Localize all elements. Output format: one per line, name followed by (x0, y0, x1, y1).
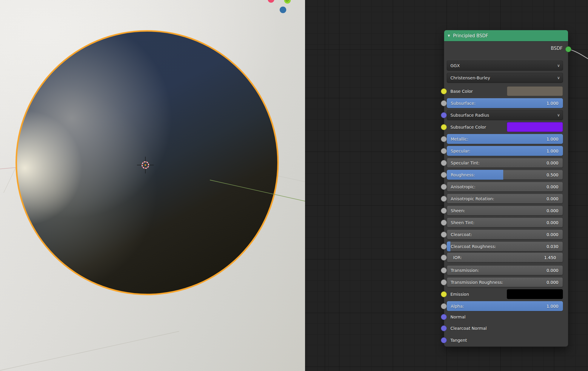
slider-value: 0.000 (547, 184, 558, 189)
slider-transmission-roughness[interactable]: Transmission Roughness:0.000 (447, 277, 563, 287)
slider-value: 0.000 (547, 208, 558, 213)
input-socket-clearcoat-normal[interactable] (441, 325, 447, 331)
3d-cursor (137, 157, 154, 173)
viewport-3d[interactable] (0, 0, 305, 371)
input-socket-subsurface-radius[interactable] (441, 112, 447, 118)
slider-label: Sheen Tint: (451, 220, 474, 225)
input-socket-emission[interactable] (441, 291, 447, 297)
color-label: Subsurface Color (450, 125, 486, 130)
row-normal: Normal (447, 314, 563, 320)
row-sheen-tint[interactable]: Sheen Tint:0.000 (447, 218, 563, 227)
slider-label: Roughness: (451, 173, 475, 177)
row-clearcoat-roughness[interactable]: Clearcoat Roughness:0.030 (447, 241, 563, 251)
number-value: 1.450 (544, 255, 556, 260)
socket-label: Clearcoat Normal (450, 326, 487, 331)
slider-fill (447, 241, 450, 251)
slider-clearcoat-roughness[interactable]: Clearcoat Roughness:0.030 (447, 241, 563, 251)
slider-value: 0.000 (547, 268, 558, 273)
slider-sheen-tint[interactable]: Sheen Tint:0.000 (447, 218, 563, 227)
row-emission[interactable]: Emission (447, 289, 563, 299)
slider-value: 0.000 (547, 280, 558, 285)
input-socket-normal[interactable] (441, 314, 447, 320)
chevron-down-icon: ∨ (557, 63, 560, 67)
row-subsurface-radius[interactable]: Subsurface Radius∨ (447, 110, 563, 120)
slider-specular[interactable]: Specular:1.000 (447, 146, 563, 156)
input-socket-anisotropic[interactable] (441, 184, 447, 190)
input-socket-specular-tint[interactable] (441, 160, 447, 166)
slider-label: Anisotropic Rotation: (451, 196, 494, 201)
input-socket-alpha[interactable] (441, 303, 447, 309)
dropdown-ggx[interactable]: GGX∨ (447, 61, 563, 70)
input-socket-transmission-roughness[interactable] (441, 279, 447, 285)
input-socket-base-color[interactable] (441, 88, 447, 94)
input-socket-tangent[interactable] (441, 337, 447, 343)
slider-label: Subsurface: (451, 101, 475, 106)
dropdown-subsurface-radius[interactable]: Subsurface Radius∨ (447, 110, 563, 120)
bsdf-output-socket[interactable] (565, 46, 571, 52)
input-socket-sheen[interactable] (441, 208, 447, 214)
color-swatch-emission[interactable] (507, 289, 563, 299)
input-socket-subsurface[interactable] (441, 100, 447, 106)
row-roughness[interactable]: Roughness:0.500 (447, 170, 563, 180)
slider-transmission[interactable]: Transmission:0.000 (447, 265, 563, 275)
dropdown-christensen-burley[interactable]: Christensen-Burley∨ (447, 73, 563, 83)
slider-value: 0.000 (547, 232, 558, 237)
input-socket-clearcoat[interactable] (441, 232, 447, 238)
principled-bsdf-node[interactable]: ▼ Principled BSDF BSDF GGX∨Christensen-B… (444, 30, 568, 347)
row-alpha[interactable]: Alpha:1.000 (447, 301, 563, 311)
row-sheen[interactable]: Sheen:0.000 (447, 206, 563, 215)
node-title: Principled BSDF (453, 33, 488, 39)
number-field-ior[interactable]: IOR:1.450 (447, 253, 563, 262)
bsdf-output-label: BSDF (551, 46, 563, 51)
slider-value: 1.000 (547, 149, 558, 153)
row-ior[interactable]: IOR:1.450 (447, 253, 563, 262)
input-socket-sheen-tint[interactable] (441, 220, 447, 226)
slider-value: 0.000 (547, 196, 558, 201)
slider-clearcoat[interactable]: Clearcoat:0.000 (447, 230, 563, 239)
input-socket-anisotropic-rotation[interactable] (441, 196, 447, 202)
slider-anisotropic[interactable]: Anisotropic:0.000 (447, 182, 563, 192)
row-christensen-burley[interactable]: Christensen-Burley∨ (447, 73, 563, 83)
row-ggx[interactable]: GGX∨ (447, 61, 563, 70)
row-subsurface-color[interactable]: Subsurface Color (447, 122, 563, 132)
input-socket-roughness[interactable] (441, 172, 447, 178)
shader-node-editor[interactable]: ▼ Principled BSDF BSDF GGX∨Christensen-B… (305, 0, 588, 371)
row-clearcoat[interactable]: Clearcoat:0.000 (447, 230, 563, 239)
color-label: Base Color (450, 89, 473, 94)
slider-specular-tint[interactable]: Specular Tint:0.000 (447, 158, 563, 168)
input-socket-specular[interactable] (441, 148, 447, 154)
color-swatch-subsurface-color[interactable] (507, 122, 563, 132)
collapse-triangle-icon[interactable]: ▼ (448, 34, 450, 37)
row-transmission-roughness[interactable]: Transmission Roughness:0.000 (447, 277, 563, 287)
slider-roughness[interactable]: Roughness:0.500 (447, 170, 563, 180)
row-base-color[interactable]: Base Color (447, 86, 563, 96)
input-socket-metallic[interactable] (441, 136, 447, 142)
slider-label: Clearcoat: (451, 232, 472, 237)
slider-value: 1.000 (547, 304, 558, 309)
slider-value: 0.030 (547, 244, 558, 249)
row-specular-tint[interactable]: Specular Tint:0.000 (447, 158, 563, 168)
row-transmission[interactable]: Transmission:0.000 (447, 265, 563, 275)
row-specular[interactable]: Specular:1.000 (447, 146, 563, 156)
row-anisotropic-rotation[interactable]: Anisotropic Rotation:0.000 (447, 194, 563, 204)
slider-anisotropic-rotation[interactable]: Anisotropic Rotation:0.000 (447, 194, 563, 204)
dropdown-value: Christensen-Burley (450, 76, 490, 80)
row-anisotropic[interactable]: Anisotropic:0.000 (447, 182, 563, 192)
row-metallic[interactable]: Metallic:1.000 (447, 134, 563, 144)
slider-metallic[interactable]: Metallic:1.000 (447, 134, 563, 144)
input-socket-clearcoat-roughness[interactable] (441, 244, 447, 250)
slider-label: Metallic: (451, 137, 468, 141)
slider-sheen[interactable]: Sheen:0.000 (447, 206, 563, 215)
row-subsurface[interactable]: Subsurface:1.000 (447, 98, 563, 108)
color-label: Emission (450, 292, 469, 297)
slider-subsurface[interactable]: Subsurface:1.000 (447, 98, 563, 108)
slider-value: 1.000 (547, 101, 558, 106)
input-socket-ior[interactable] (441, 255, 447, 261)
slider-alpha[interactable]: Alpha:1.000 (447, 301, 563, 311)
color-swatch-base-color[interactable] (507, 86, 563, 96)
node-header[interactable]: ▼ Principled BSDF (444, 30, 568, 41)
row-tangent: Tangent (447, 337, 563, 344)
gizmo-axis-z-ball[interactable] (280, 7, 286, 13)
input-socket-subsurface-color[interactable] (441, 124, 447, 130)
input-socket-transmission[interactable] (441, 267, 447, 273)
